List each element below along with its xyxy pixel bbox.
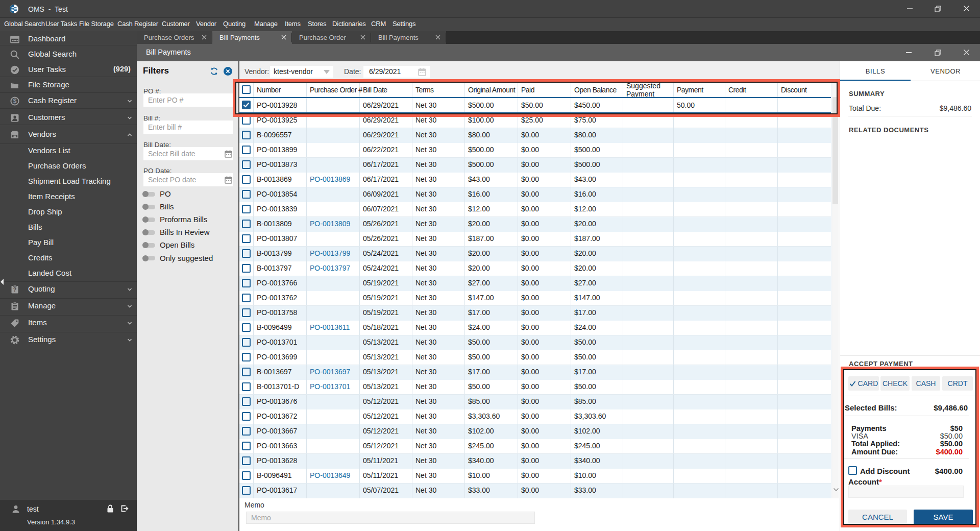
svg-text:?: ? (13, 286, 16, 293)
svg-text:$: $ (13, 98, 17, 105)
